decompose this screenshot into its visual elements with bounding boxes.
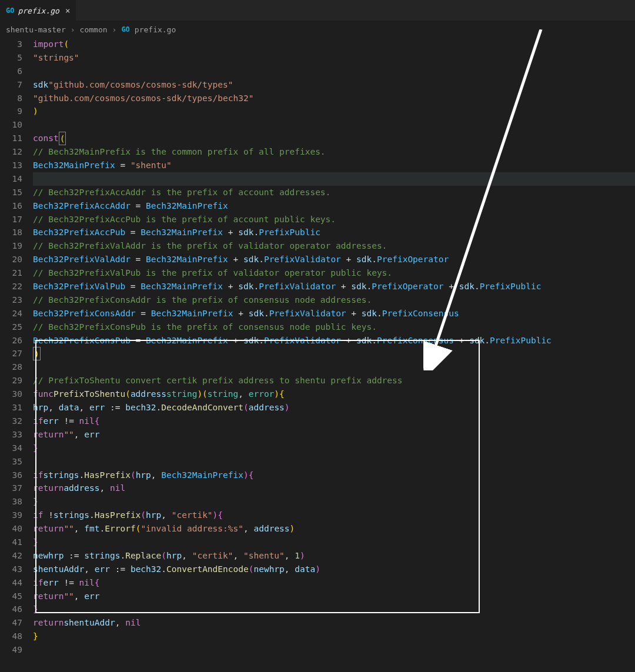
line-number: 46 <box>0 603 22 616</box>
line-number: 13 <box>0 159 22 172</box>
code-line[interactable]: Bech32PrefixAccAddr = Bech32MainPrefix <box>33 199 635 213</box>
code-line[interactable]: Bech32PrefixAccPub = Bech32MainPrefix + … <box>33 226 635 239</box>
line-number: 22 <box>0 280 22 293</box>
code-line[interactable] <box>33 118 635 132</box>
breadcrumb-seg[interactable]: prefix.go <box>135 25 176 34</box>
line-number: 38 <box>0 495 22 509</box>
line-number: 28 <box>0 360 22 374</box>
breadcrumb[interactable]: shentu-master › common › GO prefix.go <box>0 21 635 38</box>
line-number: 47 <box>0 616 22 630</box>
code-line[interactable] <box>33 643 635 657</box>
code-line[interactable]: // Bech32PrefixValPub is the prefix of v… <box>33 266 635 280</box>
line-number: 31 <box>0 401 22 414</box>
tab-bar: GO prefix.go × <box>0 0 635 21</box>
line-number: 43 <box>0 563 22 576</box>
code-line[interactable]: } <box>33 630 635 643</box>
line-number: 24 <box>0 307 22 320</box>
code-line[interactable]: shentuAddr, err := bech32.ConvertAndEnco… <box>33 563 635 576</box>
code-line[interactable]: // Bech32PrefixAccPub is the prefix of a… <box>33 213 635 226</box>
tab-prefix-go[interactable]: GO prefix.go × <box>0 0 76 21</box>
chevron-right-icon: › <box>71 25 75 34</box>
editor[interactable]: 3567891011121314151617181920212223242526… <box>0 38 635 657</box>
code-line[interactable] <box>33 65 635 78</box>
code-line[interactable]: return shentuAddr, nil <box>33 616 635 630</box>
code-line[interactable]: Bech32PrefixValPub = Bech32MainPrefix + … <box>33 280 635 293</box>
code-line[interactable]: // Bech32MainPrefix is the common prefix… <box>33 145 635 159</box>
code-line[interactable] <box>33 172 635 186</box>
code-line[interactable]: Bech32PrefixConsPub = Bech32MainPrefix +… <box>33 334 635 347</box>
line-number: 8 <box>0 92 22 105</box>
code-line[interactable]: sdk "github.com/cosmos/cosmos-sdk/types" <box>33 78 635 92</box>
code-line[interactable]: newhrp := strings.Replace(hrp, "certik",… <box>33 549 635 563</box>
code-line[interactable]: Bech32PrefixValAddr = Bech32MainPrefix +… <box>33 253 635 266</box>
line-number: 27 <box>0 347 22 360</box>
line-number: 33 <box>0 428 22 442</box>
line-number: 14 <box>0 172 22 186</box>
code-line[interactable]: return address, nil <box>33 482 635 495</box>
line-number: 10 <box>0 118 22 132</box>
code-line[interactable]: return "", err <box>33 428 635 442</box>
code-line[interactable]: Bech32MainPrefix = "shentu" <box>33 159 635 172</box>
code-line[interactable]: func PrefixToShentu(address string) (str… <box>33 387 635 401</box>
line-number: 3 <box>0 38 22 51</box>
code-line[interactable]: } <box>33 442 635 455</box>
line-number: 7 <box>0 78 22 92</box>
line-number: 19 <box>0 239 22 253</box>
line-number: 45 <box>0 590 22 603</box>
line-number: 11 <box>0 132 22 145</box>
code-line[interactable]: if err != nil { <box>33 576 635 590</box>
code-line[interactable]: if strings.HasPrefix(hrp, Bech32MainPref… <box>33 469 635 482</box>
code-line[interactable]: // Bech32PrefixAccAddr is the prefix of … <box>33 186 635 199</box>
line-number: 15 <box>0 186 22 199</box>
line-number: 12 <box>0 145 22 159</box>
breadcrumb-seg[interactable]: shentu-master <box>6 25 66 34</box>
code-line[interactable]: if !strings.HasPrefix(hrp, "certik") { <box>33 509 635 522</box>
code-line[interactable]: hrp, data, err := bech32.DecodeAndConver… <box>33 401 635 414</box>
close-icon[interactable]: × <box>65 6 70 15</box>
line-number: 5 <box>0 51 22 65</box>
code-line[interactable]: import ( <box>33 38 635 51</box>
line-number: 49 <box>0 643 22 657</box>
line-number: 21 <box>0 266 22 280</box>
line-number: 35 <box>0 455 22 469</box>
code-line[interactable]: "github.com/cosmos/cosmos-sdk/types/bech… <box>33 92 635 105</box>
code-line[interactable] <box>33 360 635 374</box>
line-number: 39 <box>0 509 22 522</box>
code-line[interactable]: // Bech32PrefixConsPub is the prefix of … <box>33 320 635 334</box>
code-line[interactable]: } <box>33 603 635 616</box>
line-number: 29 <box>0 374 22 387</box>
line-number: 16 <box>0 199 22 213</box>
line-number: 48 <box>0 630 22 643</box>
tab-label: prefix.go <box>18 6 59 15</box>
code-line[interactable]: // Bech32PrefixConsAddr is the prefix of… <box>33 293 635 307</box>
code-line[interactable]: ) <box>33 347 635 360</box>
line-number: 6 <box>0 65 22 78</box>
code-line[interactable]: } <box>33 495 635 509</box>
line-number: 37 <box>0 482 22 495</box>
code-line[interactable]: return "", fmt.Errorf("invalid address:%… <box>33 522 635 536</box>
go-file-icon: GO <box>6 6 14 15</box>
line-number: 44 <box>0 576 22 590</box>
breadcrumb-seg[interactable]: common <box>80 25 108 34</box>
line-number: 40 <box>0 522 22 536</box>
line-number: 36 <box>0 469 22 482</box>
line-number: 9 <box>0 105 22 118</box>
code-line[interactable]: // PrefixToShentu convert certik prefix … <box>33 374 635 387</box>
code-line[interactable] <box>33 455 635 469</box>
code-line[interactable]: Bech32PrefixConsAddr = Bech32MainPrefix … <box>33 307 635 320</box>
line-number-gutter: 3567891011121314151617181920212223242526… <box>0 38 33 657</box>
line-number: 41 <box>0 536 22 549</box>
line-number: 18 <box>0 226 22 239</box>
code-line[interactable]: if err != nil { <box>33 414 635 428</box>
line-number: 30 <box>0 387 22 401</box>
code-line[interactable]: const ( <box>33 132 635 145</box>
line-number: 34 <box>0 442 22 455</box>
line-number: 25 <box>0 320 22 334</box>
code-line[interactable]: } <box>33 536 635 549</box>
code-line[interactable]: return "", err <box>33 590 635 603</box>
chevron-right-icon: › <box>112 25 117 34</box>
code-area[interactable]: import ( "strings" sdk "github.com/cosmo… <box>33 38 635 657</box>
code-line[interactable]: "strings" <box>33 51 635 65</box>
code-line[interactable]: // Bech32PrefixValAddr is the prefix of … <box>33 239 635 253</box>
code-line[interactable]: ) <box>33 105 635 118</box>
